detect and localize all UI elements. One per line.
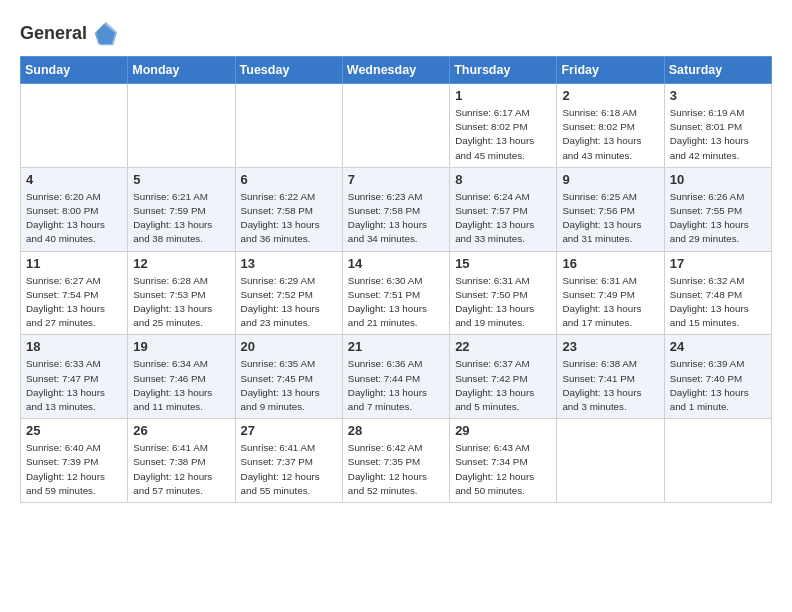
calendar-day-10: 10Sunrise: 6:26 AMSunset: 7:55 PMDayligh…	[664, 167, 771, 251]
day-number: 11	[26, 256, 122, 271]
day-info: Sunrise: 6:38 AMSunset: 7:41 PMDaylight:…	[562, 357, 658, 414]
day-number: 7	[348, 172, 444, 187]
calendar-day-1: 1Sunrise: 6:17 AMSunset: 8:02 PMDaylight…	[450, 84, 557, 168]
day-number: 23	[562, 339, 658, 354]
day-number: 9	[562, 172, 658, 187]
day-header-tuesday: Tuesday	[235, 57, 342, 84]
day-number: 3	[670, 88, 766, 103]
day-info: Sunrise: 6:32 AMSunset: 7:48 PMDaylight:…	[670, 274, 766, 331]
calendar-day-19: 19Sunrise: 6:34 AMSunset: 7:46 PMDayligh…	[128, 335, 235, 419]
day-number: 28	[348, 423, 444, 438]
day-info: Sunrise: 6:17 AMSunset: 8:02 PMDaylight:…	[455, 106, 551, 163]
calendar-day-11: 11Sunrise: 6:27 AMSunset: 7:54 PMDayligh…	[21, 251, 128, 335]
day-info: Sunrise: 6:30 AMSunset: 7:51 PMDaylight:…	[348, 274, 444, 331]
logo: General	[20, 20, 119, 48]
day-info: Sunrise: 6:19 AMSunset: 8:01 PMDaylight:…	[670, 106, 766, 163]
calendar-day-24: 24Sunrise: 6:39 AMSunset: 7:40 PMDayligh…	[664, 335, 771, 419]
day-number: 8	[455, 172, 551, 187]
calendar-week-2: 4Sunrise: 6:20 AMSunset: 8:00 PMDaylight…	[21, 167, 772, 251]
calendar-table: SundayMondayTuesdayWednesdayThursdayFrid…	[20, 56, 772, 503]
calendar-day-4: 4Sunrise: 6:20 AMSunset: 8:00 PMDaylight…	[21, 167, 128, 251]
day-info: Sunrise: 6:24 AMSunset: 7:57 PMDaylight:…	[455, 190, 551, 247]
day-info: Sunrise: 6:28 AMSunset: 7:53 PMDaylight:…	[133, 274, 229, 331]
day-info: Sunrise: 6:36 AMSunset: 7:44 PMDaylight:…	[348, 357, 444, 414]
day-number: 10	[670, 172, 766, 187]
day-number: 12	[133, 256, 229, 271]
empty-cell	[664, 419, 771, 503]
calendar-day-2: 2Sunrise: 6:18 AMSunset: 8:02 PMDaylight…	[557, 84, 664, 168]
day-number: 24	[670, 339, 766, 354]
day-info: Sunrise: 6:39 AMSunset: 7:40 PMDaylight:…	[670, 357, 766, 414]
logo-text: General	[20, 24, 87, 44]
empty-cell	[342, 84, 449, 168]
day-info: Sunrise: 6:23 AMSunset: 7:58 PMDaylight:…	[348, 190, 444, 247]
page-header: General	[20, 16, 772, 48]
day-info: Sunrise: 6:40 AMSunset: 7:39 PMDaylight:…	[26, 441, 122, 498]
empty-cell	[235, 84, 342, 168]
day-header-monday: Monday	[128, 57, 235, 84]
day-number: 27	[241, 423, 337, 438]
day-info: Sunrise: 6:34 AMSunset: 7:46 PMDaylight:…	[133, 357, 229, 414]
calendar-header-row: SundayMondayTuesdayWednesdayThursdayFrid…	[21, 57, 772, 84]
calendar-week-5: 25Sunrise: 6:40 AMSunset: 7:39 PMDayligh…	[21, 419, 772, 503]
day-number: 18	[26, 339, 122, 354]
calendar-day-27: 27Sunrise: 6:41 AMSunset: 7:37 PMDayligh…	[235, 419, 342, 503]
calendar-day-5: 5Sunrise: 6:21 AMSunset: 7:59 PMDaylight…	[128, 167, 235, 251]
calendar-day-16: 16Sunrise: 6:31 AMSunset: 7:49 PMDayligh…	[557, 251, 664, 335]
day-header-wednesday: Wednesday	[342, 57, 449, 84]
calendar-week-1: 1Sunrise: 6:17 AMSunset: 8:02 PMDaylight…	[21, 84, 772, 168]
day-info: Sunrise: 6:31 AMSunset: 7:50 PMDaylight:…	[455, 274, 551, 331]
calendar-day-3: 3Sunrise: 6:19 AMSunset: 8:01 PMDaylight…	[664, 84, 771, 168]
day-info: Sunrise: 6:25 AMSunset: 7:56 PMDaylight:…	[562, 190, 658, 247]
day-info: Sunrise: 6:22 AMSunset: 7:58 PMDaylight:…	[241, 190, 337, 247]
day-info: Sunrise: 6:35 AMSunset: 7:45 PMDaylight:…	[241, 357, 337, 414]
day-number: 6	[241, 172, 337, 187]
day-number: 21	[348, 339, 444, 354]
calendar-day-23: 23Sunrise: 6:38 AMSunset: 7:41 PMDayligh…	[557, 335, 664, 419]
day-info: Sunrise: 6:21 AMSunset: 7:59 PMDaylight:…	[133, 190, 229, 247]
day-number: 15	[455, 256, 551, 271]
calendar-day-7: 7Sunrise: 6:23 AMSunset: 7:58 PMDaylight…	[342, 167, 449, 251]
day-info: Sunrise: 6:29 AMSunset: 7:52 PMDaylight:…	[241, 274, 337, 331]
day-info: Sunrise: 6:20 AMSunset: 8:00 PMDaylight:…	[26, 190, 122, 247]
day-info: Sunrise: 6:27 AMSunset: 7:54 PMDaylight:…	[26, 274, 122, 331]
day-number: 22	[455, 339, 551, 354]
day-number: 4	[26, 172, 122, 187]
day-number: 5	[133, 172, 229, 187]
day-info: Sunrise: 6:42 AMSunset: 7:35 PMDaylight:…	[348, 441, 444, 498]
day-info: Sunrise: 6:37 AMSunset: 7:42 PMDaylight:…	[455, 357, 551, 414]
day-number: 26	[133, 423, 229, 438]
empty-cell	[21, 84, 128, 168]
day-number: 17	[670, 256, 766, 271]
calendar-day-21: 21Sunrise: 6:36 AMSunset: 7:44 PMDayligh…	[342, 335, 449, 419]
calendar-day-8: 8Sunrise: 6:24 AMSunset: 7:57 PMDaylight…	[450, 167, 557, 251]
day-number: 25	[26, 423, 122, 438]
day-header-sunday: Sunday	[21, 57, 128, 84]
calendar-day-13: 13Sunrise: 6:29 AMSunset: 7:52 PMDayligh…	[235, 251, 342, 335]
calendar-day-22: 22Sunrise: 6:37 AMSunset: 7:42 PMDayligh…	[450, 335, 557, 419]
day-info: Sunrise: 6:41 AMSunset: 7:38 PMDaylight:…	[133, 441, 229, 498]
day-number: 20	[241, 339, 337, 354]
empty-cell	[128, 84, 235, 168]
calendar-day-14: 14Sunrise: 6:30 AMSunset: 7:51 PMDayligh…	[342, 251, 449, 335]
calendar-day-28: 28Sunrise: 6:42 AMSunset: 7:35 PMDayligh…	[342, 419, 449, 503]
day-number: 19	[133, 339, 229, 354]
calendar-day-6: 6Sunrise: 6:22 AMSunset: 7:58 PMDaylight…	[235, 167, 342, 251]
day-number: 14	[348, 256, 444, 271]
calendar-day-17: 17Sunrise: 6:32 AMSunset: 7:48 PMDayligh…	[664, 251, 771, 335]
day-info: Sunrise: 6:31 AMSunset: 7:49 PMDaylight:…	[562, 274, 658, 331]
calendar-day-29: 29Sunrise: 6:43 AMSunset: 7:34 PMDayligh…	[450, 419, 557, 503]
day-info: Sunrise: 6:43 AMSunset: 7:34 PMDaylight:…	[455, 441, 551, 498]
day-header-thursday: Thursday	[450, 57, 557, 84]
day-number: 2	[562, 88, 658, 103]
day-number: 16	[562, 256, 658, 271]
day-number: 1	[455, 88, 551, 103]
day-number: 29	[455, 423, 551, 438]
logo-icon	[91, 20, 119, 48]
day-info: Sunrise: 6:26 AMSunset: 7:55 PMDaylight:…	[670, 190, 766, 247]
calendar-day-15: 15Sunrise: 6:31 AMSunset: 7:50 PMDayligh…	[450, 251, 557, 335]
empty-cell	[557, 419, 664, 503]
day-header-saturday: Saturday	[664, 57, 771, 84]
calendar-day-18: 18Sunrise: 6:33 AMSunset: 7:47 PMDayligh…	[21, 335, 128, 419]
day-header-friday: Friday	[557, 57, 664, 84]
